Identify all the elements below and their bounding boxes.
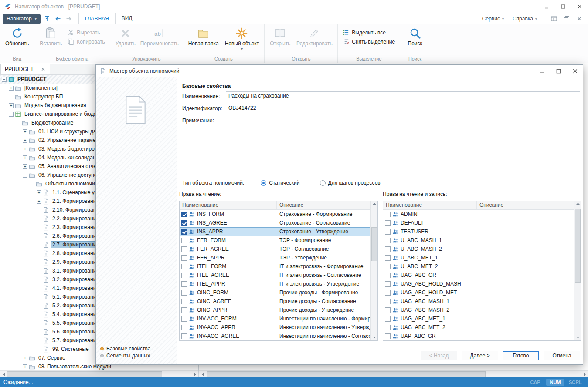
checkbox[interactable] — [181, 325, 187, 330]
minimize-button[interactable] — [538, 0, 555, 13]
dialog-maximize-button[interactable] — [550, 65, 566, 77]
checkbox[interactable] — [181, 246, 187, 252]
ribbon-button-select-all[interactable]: Выделить все — [340, 28, 398, 37]
tree-expander-icon[interactable]: − — [30, 182, 34, 186]
checkbox[interactable] — [181, 255, 187, 261]
radio-option[interactable]: Для шагов процессов — [320, 180, 381, 186]
list-row[interactable]: UAG_ABC_HOLD_MASH — [383, 279, 574, 288]
list-row[interactable]: U_ABC_MASH_1 — [383, 236, 574, 245]
list-row[interactable]: U_ABC_MASH_2 — [383, 245, 574, 253]
ribbon-tab[interactable]: ВИД — [116, 13, 139, 24]
checkbox[interactable] — [385, 246, 391, 252]
wizard-step[interactable]: Базовые свойства — [100, 345, 151, 352]
identifier-input[interactable] — [226, 104, 580, 112]
name-input[interactable] — [226, 91, 580, 100]
list-row[interactable]: OINC_AGREEПрочие доходы - Согласование — [180, 297, 370, 306]
scrollbar-thumb[interactable] — [7, 371, 162, 377]
tree-expander-icon[interactable]: − — [16, 121, 20, 125]
forward-arrow-icon[interactable] — [65, 14, 73, 23]
checkbox[interactable] — [181, 273, 187, 278]
list-row[interactable]: UAG_ABC_MET_2 — [383, 323, 574, 332]
tree-expander-icon[interactable]: + — [9, 86, 14, 91]
tree-expander-icon[interactable]: − — [2, 77, 7, 82]
checkbox[interactable] — [385, 290, 391, 296]
list-column-header[interactable]: Наименование — [383, 201, 477, 209]
vertical-scrollbar[interactable] — [370, 201, 377, 340]
checkbox[interactable] — [385, 255, 391, 261]
list-column-header[interactable]: Описание — [277, 201, 370, 209]
cancel-button[interactable]: Отмена — [544, 351, 580, 360]
note-textarea[interactable] — [226, 117, 580, 165]
menu-item[interactable]: Справка▾ — [513, 16, 537, 22]
tree-expander-icon[interactable]: + — [23, 147, 27, 151]
list-row[interactable]: FER_FORMТЭР - Формирование — [180, 236, 370, 245]
checkbox[interactable] — [385, 238, 391, 243]
checkbox[interactable] — [385, 229, 391, 235]
list-row[interactable]: INV-ACC_APPRИнвестиции по начислению - У… — [180, 323, 370, 332]
list-row[interactable]: INS_FORMСтрахование - Формирование — [180, 210, 370, 219]
scroll-down-arrow[interactable] — [371, 334, 377, 340]
ribbon-button-rename[interactable]: abПереименовать — [139, 26, 180, 55]
list-row[interactable]: UAG_ABC_MET_1 — [383, 314, 574, 323]
ribbon-button-new-object[interactable]: Новый объект▾ — [222, 26, 262, 55]
tree-expander-icon[interactable]: + — [23, 155, 27, 160]
list-column-header[interactable]: Описание — [477, 201, 574, 209]
list-row[interactable]: UAG_ABC_HOLD_MET — [383, 288, 574, 297]
checkbox[interactable] — [181, 281, 187, 287]
checkbox[interactable] — [181, 307, 187, 313]
wizard-step[interactable]: Сегменты данных — [100, 352, 151, 359]
checkbox[interactable] — [385, 273, 391, 278]
ribbon-tab[interactable]: ГЛАВНАЯ — [78, 13, 116, 24]
tree-expander-icon[interactable]: + — [23, 129, 27, 134]
dialog-close-button[interactable] — [566, 65, 583, 77]
list-row[interactable]: ITEL_FORMIT и электросвязь - Формировани… — [180, 262, 370, 271]
scroll-left-arrow[interactable] — [199, 371, 206, 378]
checkbox[interactable] — [385, 325, 391, 330]
list-row[interactable]: ITEL_APPRIT и электросвязь - Утверждение — [180, 279, 370, 288]
tree-expander-icon[interactable]: − — [9, 112, 14, 117]
tree-expander-icon[interactable]: + — [23, 364, 27, 369]
list-row[interactable]: U_ABC_MET_1 — [383, 253, 574, 262]
tree-expander-icon[interactable]: + — [37, 190, 41, 195]
back-button[interactable]: < Назад — [421, 351, 457, 360]
close-panel-icon[interactable] — [575, 14, 584, 23]
cascade-windows-icon[interactable] — [562, 14, 571, 23]
ribbon-button-search[interactable]: Поиск — [402, 26, 428, 55]
ribbon-button-copy[interactable]: Копировать — [65, 37, 108, 46]
checkbox[interactable] — [385, 307, 391, 313]
list-row[interactable]: INS_AGREEСтрахование - Согласование — [180, 219, 370, 227]
list-row[interactable]: FER_AGREEТЭР - Согласование — [180, 245, 370, 253]
back-arrow-icon[interactable] — [54, 14, 62, 23]
checkbox[interactable] — [181, 299, 187, 304]
ribbon-button-refresh[interactable]: Обновить — [2, 26, 32, 55]
maximize-button[interactable] — [555, 0, 571, 13]
list-row[interactable]: OINC_FORMПрочие доходы - Формирование — [180, 288, 370, 297]
checkbox[interactable] — [181, 316, 187, 322]
checkbox[interactable] — [385, 281, 391, 287]
checkbox[interactable] — [181, 264, 187, 269]
list-row[interactable]: DEFAULT — [383, 219, 574, 227]
close-button[interactable] — [571, 0, 588, 13]
checkbox[interactable] — [181, 229, 187, 235]
checkbox[interactable] — [385, 220, 391, 226]
list-row[interactable]: ADMIN — [383, 210, 574, 219]
list-row[interactable]: ITEL_AGREEIT и электросвязь - Согласован… — [180, 271, 370, 279]
tab-close-icon[interactable] — [41, 67, 46, 72]
main-horizontal-scrollbar[interactable] — [199, 370, 588, 377]
tree-horizontal-scrollbar[interactable] — [0, 370, 198, 377]
ribbon-button-deselect[interactable]: Снять выделение — [340, 37, 398, 46]
ribbon-button-delete[interactable]: Удалить — [112, 26, 139, 55]
scrollbar-thumb[interactable] — [371, 227, 377, 261]
tree-expander-icon[interactable]: + — [23, 164, 27, 169]
vertical-scrollbar[interactable] — [574, 201, 581, 340]
dialog-minimize-button[interactable] — [533, 65, 550, 77]
menu-item[interactable]: Сервис▾ — [482, 16, 504, 22]
next-button[interactable]: Далее > — [462, 351, 498, 360]
list-row[interactable]: UAP_ABC_GR — [383, 332, 574, 340]
scroll-up-arrow[interactable] — [371, 201, 377, 208]
finish-button[interactable]: Готово — [503, 351, 539, 360]
radio-option[interactable]: Статический — [261, 180, 299, 186]
checkbox[interactable] — [181, 333, 187, 339]
checkbox[interactable] — [385, 333, 391, 339]
checkbox[interactable] — [181, 220, 187, 226]
